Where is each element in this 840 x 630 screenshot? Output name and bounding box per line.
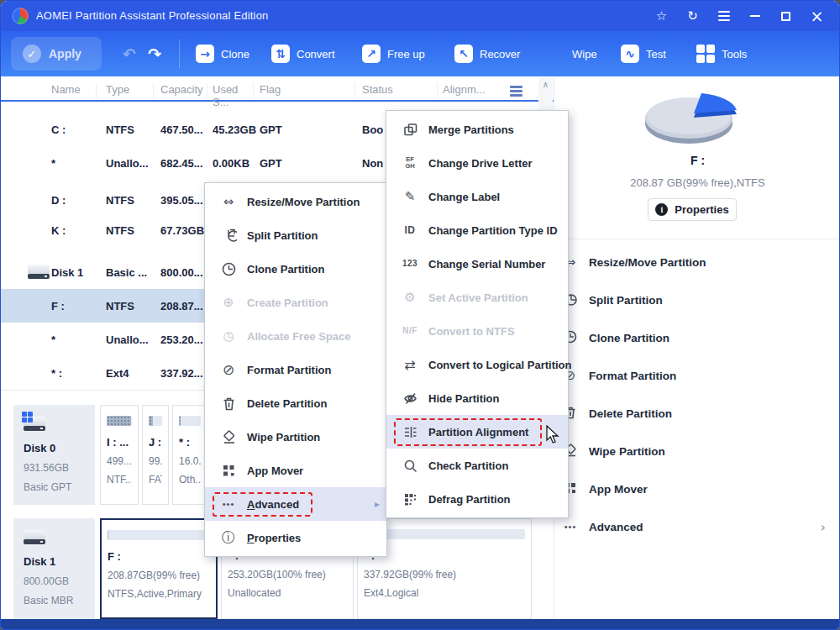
submenu-item-partition-alignment[interactable]: Partition Alignment xyxy=(386,415,568,449)
disk0-block[interactable]: Disk 0 931.56GB Basic GPT xyxy=(13,405,95,505)
right-menu-app-mover[interactable]: App Mover xyxy=(554,470,840,507)
submenu-item-change-serial-number[interactable]: 123 Change Serial Number xyxy=(386,247,568,281)
drive-letter-icon: EFGH xyxy=(401,156,419,171)
test-button[interactable]: ∿ Test xyxy=(621,42,666,66)
submenu-arrow-icon: ▸ xyxy=(375,498,380,510)
column-settings-icon[interactable] xyxy=(510,86,522,97)
toolbar-separator xyxy=(179,39,180,68)
usage-bar xyxy=(364,529,525,539)
defrag-partition-icon xyxy=(401,491,419,507)
status-bar xyxy=(1,619,839,629)
minimize-button[interactable] xyxy=(739,1,770,31)
disk-icon xyxy=(28,265,50,280)
chevron-right-icon: › xyxy=(821,519,826,535)
apply-check-icon: ✓ xyxy=(23,45,41,63)
column-header-status[interactable]: Status xyxy=(359,83,438,98)
right-menu-format[interactable]: ⊘ Format Partition xyxy=(554,357,840,394)
partition-card[interactable]: J : 99.... FAT... xyxy=(142,405,169,505)
delete-partition-icon xyxy=(219,396,238,412)
partition-alignment-icon xyxy=(401,424,419,440)
menu-item-format-partition[interactable]: ⊘ Format Partition xyxy=(205,353,386,386)
undo-button[interactable]: ↶ xyxy=(118,43,140,65)
mouse-cursor xyxy=(545,425,564,445)
redo-button[interactable]: ↷ xyxy=(144,43,165,65)
right-menu-delete[interactable]: Delete Partition xyxy=(554,395,840,432)
hide-partition-eye-icon xyxy=(401,391,419,407)
clone-icon: → xyxy=(196,45,214,63)
right-menu-wipe[interactable]: Wipe Partition xyxy=(554,433,840,470)
selected-partition-info: 208.87 GB(99% free),NTFS xyxy=(554,176,840,189)
menu-item-wipe-partition[interactable]: Wipe Partition xyxy=(205,420,386,454)
app-window: AOMEI Partition Assistant Professional E… xyxy=(0,0,840,630)
submenu-item-hide-partition[interactable]: Hide Partition xyxy=(386,381,568,415)
menu-item-clone-partition[interactable]: Clone Partition xyxy=(205,252,386,286)
column-header-name[interactable]: Name xyxy=(34,83,97,98)
column-header-type[interactable]: Type xyxy=(100,83,154,98)
disk1-block[interactable]: Disk 1 800.00GB Basic MBR xyxy=(13,518,95,619)
wipe-shredder-icon xyxy=(547,45,565,63)
submenu-item-convert-to-logical[interactable]: ⇄ Convert to Logical Partition xyxy=(386,348,568,381)
free-up-icon: ↗ xyxy=(362,45,381,63)
split-partition-icon xyxy=(219,228,238,244)
menu-item-app-mover[interactable]: App Mover xyxy=(205,454,386,487)
submenu-item-change-label[interactable]: ✎ Change Label xyxy=(386,180,568,213)
submenu-item-merge-partitions[interactable]: Merge Partitions xyxy=(386,113,568,146)
favorite-star-icon[interactable]: ☆ xyxy=(646,1,677,31)
column-header-alignment[interactable]: Alignm... xyxy=(440,83,504,98)
convert-button[interactable]: ⇅ Convert xyxy=(271,42,335,66)
column-header-used[interactable]: Used S... xyxy=(210,83,254,98)
right-menu-split[interactable]: Split Partition xyxy=(554,281,840,318)
properties-button[interactable]: i Properties xyxy=(648,198,737,221)
close-button[interactable]: × xyxy=(801,1,832,31)
submenu-item-check-partition[interactable]: Check Partition xyxy=(386,449,568,482)
test-wave-icon: ∿ xyxy=(621,45,639,63)
partition-card[interactable]: I : ... 499... NTF... xyxy=(100,405,139,505)
menu-item-allocate-free-space: ◷ Allocate Free Space xyxy=(205,319,386,353)
column-header-flag[interactable]: Flag xyxy=(256,83,355,98)
recover-button[interactable]: ↖ Recover xyxy=(454,42,520,66)
submenu-item-set-active-partition: ⚙ Set Active Partition xyxy=(386,281,568,314)
tools-button[interactable]: Tools xyxy=(696,42,747,66)
selected-partition-label: F : xyxy=(554,154,840,167)
menu-item-properties[interactable]: ⓘ Properties xyxy=(205,521,386,554)
menu-hamburger-icon[interactable] xyxy=(708,1,739,31)
submenu-item-change-drive-letter[interactable]: EFGH Change Drive Letter xyxy=(386,146,568,180)
disk0-icon xyxy=(24,417,45,432)
free-up-button[interactable]: ↗ Free up xyxy=(362,42,425,66)
convert-ntfs-icon: N/F xyxy=(401,327,419,335)
window-title: AOMEI Partition Assistant Professional E… xyxy=(36,9,269,22)
title-bar: AOMEI Partition Assistant Professional E… xyxy=(1,1,839,31)
wipe-button[interactable]: Wipe xyxy=(547,42,597,66)
windows-logo-icon xyxy=(22,412,33,423)
partition-alignment-red-highlight-box: Partition Alignment xyxy=(394,418,542,446)
column-header-capacity[interactable]: Capacity xyxy=(157,83,207,98)
clone-partition-icon xyxy=(219,261,238,277)
right-menu-clone[interactable]: Clone Partition xyxy=(554,319,840,356)
advanced-dots-icon: ••• xyxy=(562,522,579,532)
resize-move-icon: ⇔ xyxy=(219,194,238,209)
app-mover-icon xyxy=(219,463,238,479)
sync-icon[interactable]: ↻ xyxy=(677,1,708,31)
convert-icon: ⇅ xyxy=(271,45,290,63)
submenu-item-change-partition-type-id[interactable]: ID Change Partition Type ID xyxy=(386,213,568,247)
serial-number-icon: 123 xyxy=(401,260,419,268)
menu-item-advanced[interactable]: ••• Advanced ▸ xyxy=(205,487,386,521)
partition-card-selected[interactable]: F : 208.87GB(99% free) NTFS,Active,Prima… xyxy=(100,518,218,619)
menu-item-split-partition[interactable]: Split Partition xyxy=(205,218,386,252)
convert-logical-icon: ⇄ xyxy=(401,357,419,373)
right-menu-resize-move[interactable]: ⇔ Resize/Move Partition xyxy=(554,244,840,281)
maximize-button[interactable] xyxy=(770,1,801,31)
clone-button[interactable]: → Clone xyxy=(196,42,249,66)
set-active-gear-icon: ⚙ xyxy=(401,290,419,305)
advanced-red-highlight-box: ••• Advanced xyxy=(213,492,312,517)
menu-item-delete-partition[interactable]: Delete Partition xyxy=(205,386,386,420)
right-menu-advanced[interactable]: ••• Advanced › xyxy=(554,508,840,545)
partition-card[interactable]: * : 16.0.. Oth... xyxy=(172,405,207,505)
scroll-up-arrow[interactable]: ∧ xyxy=(539,80,552,93)
right-panel-divider xyxy=(554,239,840,239)
apply-button[interactable]: ✓ Apply xyxy=(11,37,102,71)
create-partition-icon: ⊕ xyxy=(219,295,238,310)
menu-item-resize-move[interactable]: ⇔ Resize/Move Partition xyxy=(205,185,386,218)
submenu-item-defrag-partition[interactable]: Defrag Partition xyxy=(386,482,568,516)
usage-bar xyxy=(107,416,132,426)
